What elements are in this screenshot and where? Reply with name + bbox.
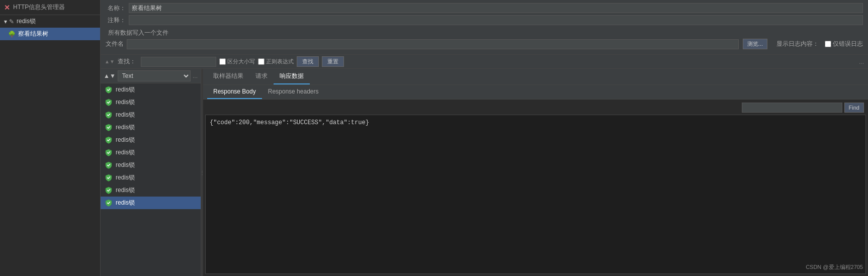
error-log-checkbox[interactable] xyxy=(825,41,831,47)
tab-response-headers[interactable]: Response headers xyxy=(262,85,325,99)
status-icon xyxy=(105,124,113,132)
sample-item[interactable]: redis锁 xyxy=(101,96,201,109)
sample-item[interactable]: redis锁 xyxy=(101,83,201,96)
all-data-label: 所有数据写入一个文件 xyxy=(106,27,863,39)
status-icon xyxy=(105,199,113,207)
find-input[interactable] xyxy=(742,103,842,113)
status-icon xyxy=(105,99,113,107)
comment-row: 注释： xyxy=(106,15,863,25)
status-icon xyxy=(105,187,113,195)
regex-checkbox-label[interactable]: 正则表达式 xyxy=(258,58,294,65)
response-area: Find {"code":200,"message":"SUCCESS","da… xyxy=(203,100,868,276)
sample-item[interactable]: redis锁 xyxy=(101,121,201,134)
case-checkbox[interactable] xyxy=(219,58,226,65)
search-label: 查找： xyxy=(118,57,136,66)
comment-input[interactable] xyxy=(129,15,863,25)
left-panel-header: ▲▼ Text ... xyxy=(101,69,201,83)
sample-item[interactable]: redis锁 xyxy=(101,159,201,171)
find-button[interactable]: Find xyxy=(844,103,864,113)
http-manager-icon: ✕ xyxy=(4,4,10,12)
sidebar-header-title: HTTP信息头管理器 xyxy=(13,3,65,12)
sidebar-group-redis[interactable]: ▾ ✎ redis锁 xyxy=(0,15,100,28)
tab-response-body[interactable]: Response Body xyxy=(207,85,262,99)
case-label: 区分大小写 xyxy=(227,58,255,65)
sidebar-item-label: 察看结果树 xyxy=(18,30,48,38)
main-tabs-row: 取样器结果 请求 响应数据 xyxy=(203,69,868,85)
file-name-label: 文件名 xyxy=(106,40,124,48)
status-icon xyxy=(105,111,113,119)
more-options-1[interactable]: ... xyxy=(859,58,864,65)
sample-label: redis锁 xyxy=(116,173,135,182)
name-label: 名称： xyxy=(106,4,126,13)
expand-icon-2[interactable]: ▲▼ xyxy=(104,72,116,79)
sample-item[interactable]: redis锁 xyxy=(101,146,201,159)
sample-label: redis锁 xyxy=(116,98,135,107)
more-options-2[interactable]: ... xyxy=(193,72,198,79)
status-icon xyxy=(105,86,113,94)
reset-button[interactable]: 重置 xyxy=(322,56,344,67)
regex-checkbox[interactable] xyxy=(258,58,265,65)
form-area: 名称： 注释： 所有数据写入一个文件 文件名 测览... 显示日志内容： 仅错误… xyxy=(101,0,868,55)
status-icon xyxy=(105,136,113,144)
sidebar-item-result-tree[interactable]: 🌳 察看结果树 xyxy=(0,28,100,40)
name-input[interactable] xyxy=(129,3,863,13)
response-json: {"code":200,"message":"SUCCESS","data":t… xyxy=(210,119,861,126)
regex-label: 正则表达式 xyxy=(266,58,294,65)
sample-label: redis锁 xyxy=(116,199,135,207)
error-log-label: 仅错误日志 xyxy=(833,40,863,48)
pencil-icon: ✎ xyxy=(9,18,14,25)
sample-item[interactable]: redis锁 xyxy=(101,184,201,197)
expand-icon-1[interactable]: ▲▼ xyxy=(105,59,115,64)
case-checkbox-label[interactable]: 区分大小写 xyxy=(219,58,255,65)
sample-label: redis锁 xyxy=(116,161,135,169)
content-area: ▲▼ Text ... redis锁 redis锁 xyxy=(101,69,868,276)
sample-label: redis锁 xyxy=(116,148,135,157)
sample-item[interactable]: redis锁 xyxy=(101,134,201,146)
sample-item[interactable]: redis锁 xyxy=(101,197,201,209)
response-tabs-row: Response Body Response headers xyxy=(203,85,868,100)
left-panel: ▲▼ Text ... redis锁 redis锁 xyxy=(101,69,201,276)
name-row: 名称： xyxy=(106,3,863,13)
status-icon xyxy=(105,174,113,182)
tab-response-data[interactable]: 响应数据 xyxy=(274,69,310,84)
file-actions: 测览... 显示日志内容： 仅错误日志 xyxy=(743,39,863,49)
status-icon xyxy=(105,161,113,169)
sample-label: redis锁 xyxy=(116,136,135,144)
sample-label: redis锁 xyxy=(116,111,135,119)
sidebar: ✕ HTTP信息头管理器 ▾ ✎ redis锁 🌳 察看结果树 xyxy=(0,0,101,276)
right-panel: 取样器结果 请求 响应数据 Response Body Response hea… xyxy=(203,69,868,276)
sample-list: redis锁 redis锁 redis锁 xyxy=(101,83,201,276)
text-dropdown[interactable]: Text xyxy=(118,70,191,81)
response-body: {"code":200,"message":"SUCCESS","data":t… xyxy=(205,115,866,274)
search-input[interactable] xyxy=(141,57,216,67)
error-log-checkbox-label[interactable]: 仅错误日志 xyxy=(825,40,863,48)
browse-button[interactable]: 测览... xyxy=(743,39,767,49)
search-button[interactable]: 查找 xyxy=(297,56,319,67)
chevron-down-icon: ▾ xyxy=(4,18,7,25)
sample-item[interactable]: redis锁 xyxy=(101,109,201,121)
result-tree-icon: 🌳 xyxy=(8,31,16,38)
find-bar: Find xyxy=(205,102,866,114)
sample-label: redis锁 xyxy=(116,123,135,132)
file-input[interactable] xyxy=(127,39,739,49)
sample-label: redis锁 xyxy=(116,186,135,195)
status-icon xyxy=(105,149,113,157)
sidebar-header: ✕ HTTP信息头管理器 xyxy=(0,0,100,15)
display-log-label: 显示日志内容： xyxy=(776,40,819,48)
tab-sample-result[interactable]: 取样器结果 xyxy=(207,69,249,84)
tab-request[interactable]: 请求 xyxy=(249,69,274,84)
toolbar-row-1: ▲▼ 查找： 区分大小写 正则表达式 查找 重置 ... xyxy=(101,55,868,69)
sample-label: redis锁 xyxy=(116,85,135,94)
sidebar-group-label: redis锁 xyxy=(17,17,36,26)
main-content: 名称： 注释： 所有数据写入一个文件 文件名 测览... 显示日志内容： 仅错误… xyxy=(101,0,868,276)
sample-item[interactable]: redis锁 xyxy=(101,171,201,184)
file-row: 文件名 测览... 显示日志内容： 仅错误日志 xyxy=(106,39,863,49)
comment-label: 注释： xyxy=(106,16,126,25)
watermark: CSDN @爱上编程2705 xyxy=(806,263,863,271)
